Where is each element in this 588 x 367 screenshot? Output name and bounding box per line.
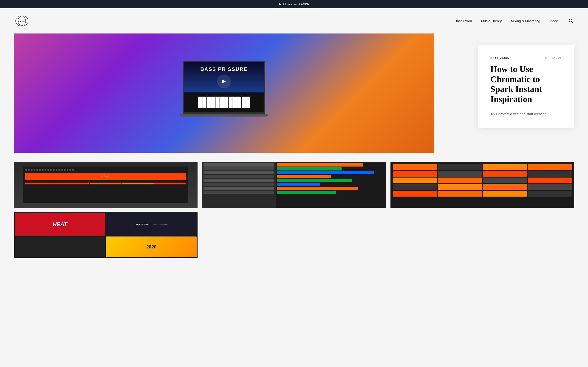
svg-point-3 [569, 19, 572, 22]
hero-date: 02 . 12 . 21 [545, 56, 562, 60]
svg-line-4 [572, 22, 573, 23]
nav-item-mixing-mastering[interactable]: Mixing & Mastering [511, 19, 540, 23]
ableton-row-2 [393, 171, 572, 177]
heat-block-1: HEAT [15, 213, 105, 236]
ableton-row-1 [393, 164, 572, 170]
search-icon [568, 18, 573, 23]
ableton-row-5 [393, 191, 572, 197]
ableton-row-3 [393, 177, 572, 183]
arrow-icon: ↳ [279, 2, 281, 6]
daw-lanes [276, 162, 386, 208]
hero-image: BASS PR SSURE [14, 33, 434, 153]
cards-grid: 9J-106B1 [14, 162, 574, 258]
hero-section: BASS PR SSURE BEAT MAKIN [14, 33, 574, 153]
screen-content: BASS PR SSURE [184, 62, 264, 92]
piano-area [184, 92, 264, 112]
hero-category: BEAT MAKING [490, 57, 512, 59]
synth-display: 9J-106B1 [25, 173, 186, 180]
heat-block-3 [15, 236, 105, 258]
synth-body: 9J-106B1 [23, 167, 188, 203]
laptop-mockup: BASS PR SSURE [178, 61, 270, 125]
bass-pressure-label: BASS PR SSURE [200, 66, 248, 72]
hero-description: Try Chromatic free and start creating. [490, 111, 562, 117]
top-banner[interactable]: ↳ More about LANDR [0, 0, 588, 8]
main-nav: Inspiration Music Theory Mixing & Master… [456, 17, 574, 25]
header: LANDR Inspiration Music Theory Mixing & … [0, 8, 588, 33]
ableton-row-4 [393, 184, 572, 190]
nav-item-video[interactable]: Video [549, 19, 558, 23]
piano-keys [198, 97, 250, 108]
card-heat[interactable]: HEAT TRAP DRUM KIT 808s, snares, hi-hats… [14, 212, 198, 258]
card-daw-image [202, 162, 386, 208]
card-synthesizer-image: 9J-106B1 [14, 162, 198, 208]
card-heat-image: HEAT TRAP DRUM KIT 808s, snares, hi-hats… [14, 212, 198, 258]
card-ableton[interactable] [390, 162, 574, 208]
heat-block-4: 2020 [106, 236, 197, 258]
hero-meta: BEAT MAKING 02 . 12 . 21 [490, 56, 562, 60]
logo-icon: LANDR [14, 13, 30, 29]
hero-title: How to Use Chromatic to Spark Instant In… [490, 64, 562, 104]
nav-item-music-theory[interactable]: Music Theory [481, 19, 502, 23]
card-daw[interactable] [202, 162, 386, 208]
laptop-base [180, 114, 268, 117]
synth-knobs [23, 167, 188, 173]
svg-text:LANDR: LANDR [18, 20, 26, 23]
nav-item-inspiration[interactable]: Inspiration [456, 19, 472, 23]
heat-block-2: TRAP DRUM KIT 808s, snares, hi-hats [106, 213, 197, 236]
banner-text: More about LANDR [283, 2, 309, 6]
card-synthesizer[interactable]: 9J-106B1 [14, 162, 198, 208]
laptop-screen: BASS PR SSURE [183, 61, 265, 114]
daw-tracks-list [202, 162, 276, 208]
card-ableton-image [390, 162, 574, 208]
logo[interactable]: LANDR [14, 13, 30, 29]
search-button[interactable] [567, 17, 574, 25]
hero-card[interactable]: BEAT MAKING 02 . 12 . 21 How to Use Chro… [478, 45, 574, 128]
